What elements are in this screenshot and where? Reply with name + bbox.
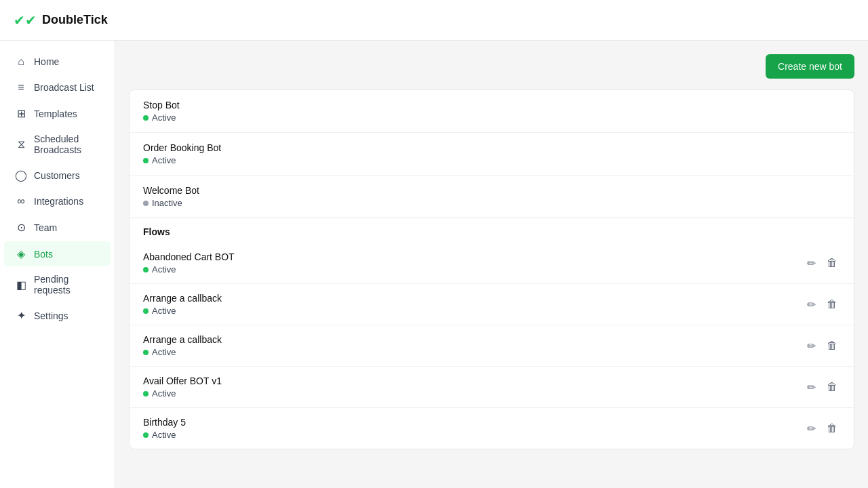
flow-info: Birthday 5 Active: [143, 417, 186, 440]
customers-icon: ◯: [15, 169, 27, 182]
broadcast-list-icon: ≡: [15, 81, 27, 94]
templates-icon: ⊞: [15, 107, 27, 120]
sidebar-item-pending-requests[interactable]: ◧Pending requests: [4, 268, 111, 302]
delete-flow-button[interactable]: 🗑: [824, 296, 840, 313]
status-dot: [143, 158, 149, 163]
sidebar-label-templates: Templates: [34, 108, 77, 119]
topbar: Create new bot: [129, 54, 854, 79]
sidebar-item-customers[interactable]: ◯Customers: [4, 163, 111, 188]
delete-flow-button[interactable]: 🗑: [824, 420, 840, 437]
status-text: Active: [152, 388, 176, 399]
flow-actions: ✏ 🗑: [804, 254, 840, 272]
status-text: Active: [152, 155, 176, 165]
flow-item: Abandoned Cart BOT Active ✏ 🗑: [130, 243, 854, 284]
flow-actions: ✏ 🗑: [804, 337, 840, 355]
logo-text: DoubleTick: [42, 13, 108, 27]
flows-list: Abandoned Cart BOT Active ✏ 🗑 Arrange a …: [130, 243, 854, 449]
sidebar-item-settings[interactable]: ✦Settings: [4, 303, 111, 328]
status-row: Active: [143, 113, 180, 123]
sidebar-item-home[interactable]: ⌂Home: [4, 49, 111, 74]
sidebar-label-home: Home: [34, 56, 59, 67]
sidebar-label-customers: Customers: [34, 170, 80, 181]
home-icon: ⌂: [15, 56, 27, 68]
sidebar-label-bots: Bots: [34, 249, 53, 260]
flow-actions: ✏ 🗑: [804, 378, 840, 396]
flow-name: Avail Offer BOT v1: [143, 375, 222, 386]
flow-item: Arrange a callback Active ✏ 🗑: [130, 325, 854, 367]
status-row: Active: [143, 430, 186, 440]
flows-header: Flows: [130, 218, 854, 243]
bot-item: Welcome Bot Inactive: [130, 176, 854, 218]
bot-info: Stop Bot Active: [143, 100, 180, 123]
flow-info: Abandoned Cart BOT Active: [143, 251, 235, 274]
flow-name: Birthday 5: [143, 417, 186, 428]
sidebar-label-scheduled-broadcasts: Scheduled Broadcasts: [34, 134, 100, 155]
flow-info: Arrange a callback Active: [143, 293, 222, 316]
status-dot: [143, 432, 149, 438]
bot-item: Order Booking Bot Active: [130, 133, 854, 176]
status-dot: [143, 391, 149, 396]
sidebar-item-team[interactable]: ⊙Team: [4, 215, 111, 240]
flow-name: Arrange a callback: [143, 334, 222, 345]
sidebar-item-integrations[interactable]: ∞Integrations: [4, 189, 111, 214]
logo-icon: ✔✔: [14, 12, 37, 28]
delete-flow-button[interactable]: 🗑: [824, 378, 840, 396]
edit-flow-button[interactable]: ✏: [804, 378, 818, 396]
scheduled-broadcasts-icon: ⧖: [15, 138, 27, 150]
pending-requests-icon: ◧: [15, 279, 27, 291]
main-content: Create new bot Stop Bot Active Order Boo…: [115, 41, 868, 488]
edit-flow-button[interactable]: ✏: [804, 337, 818, 355]
sidebar-label-broadcast-list: Broadcast List: [34, 82, 94, 93]
integrations-icon: ∞: [15, 195, 27, 207]
settings-icon: ✦: [15, 309, 27, 322]
sidebar-label-pending-requests: Pending requests: [34, 274, 100, 296]
sidebar-item-scheduled-broadcasts[interactable]: ⧖Scheduled Broadcasts: [4, 127, 111, 161]
flow-item: Arrange a callback Active ✏ 🗑: [130, 284, 854, 325]
status-text: Active: [152, 347, 176, 357]
status-dot: [143, 115, 149, 121]
flow-info: Avail Offer BOT v1 Active: [143, 375, 222, 399]
delete-flow-button[interactable]: 🗑: [824, 254, 840, 272]
edit-flow-button[interactable]: ✏: [804, 420, 818, 438]
edit-flow-button[interactable]: ✏: [804, 296, 818, 314]
bot-info: Order Booking Bot Active: [143, 142, 221, 165]
sidebar-label-team: Team: [34, 222, 57, 233]
bot-info: Welcome Bot Inactive: [143, 185, 199, 208]
sidebar-label-settings: Settings: [34, 310, 68, 321]
bot-name: Welcome Bot: [143, 185, 199, 196]
bot-name: Order Booking Bot: [143, 142, 221, 153]
logo: ✔✔ DoubleTick: [14, 12, 108, 28]
edit-flow-button[interactable]: ✏: [804, 254, 818, 272]
bot-item: Stop Bot Active: [130, 90, 854, 133]
sidebar-item-templates[interactable]: ⊞Templates: [4, 101, 111, 126]
header: ✔✔ DoubleTick: [0, 0, 868, 41]
status-row: Active: [143, 388, 222, 399]
flow-info: Arrange a callback Active: [143, 334, 222, 357]
status-text: Active: [152, 113, 176, 123]
bots-list: Stop Bot Active Order Booking Bot Active…: [130, 90, 854, 218]
sidebar-label-integrations: Integrations: [34, 196, 83, 207]
sidebar-item-broadcast-list[interactable]: ≡Broadcast List: [4, 75, 111, 100]
delete-flow-button[interactable]: 🗑: [824, 337, 840, 354]
bot-name: Stop Bot: [143, 100, 180, 110]
status-row: Inactive: [143, 198, 199, 208]
status-dot: [143, 350, 149, 355]
status-row: Active: [143, 264, 235, 274]
create-new-bot-button[interactable]: Create new bot: [766, 54, 854, 79]
status-dot: [143, 201, 149, 206]
flow-actions: ✏ 🗑: [804, 296, 840, 314]
status-row: Active: [143, 347, 222, 357]
status-text: Active: [152, 306, 176, 316]
status-row: Active: [143, 155, 221, 165]
status-row: Active: [143, 306, 222, 316]
flow-actions: ✏ 🗑: [804, 420, 840, 438]
status-text: Inactive: [152, 198, 182, 208]
flow-item: Birthday 5 Active ✏ 🗑: [130, 408, 854, 449]
flow-name: Arrange a callback: [143, 293, 222, 304]
status-text: Active: [152, 264, 176, 274]
bots-icon: ◈: [15, 247, 27, 260]
bots-card: Stop Bot Active Order Booking Bot Active…: [129, 89, 854, 449]
status-dot: [143, 308, 149, 314]
flow-name: Abandoned Cart BOT: [143, 251, 235, 262]
sidebar-item-bots[interactable]: ◈Bots: [4, 241, 111, 266]
